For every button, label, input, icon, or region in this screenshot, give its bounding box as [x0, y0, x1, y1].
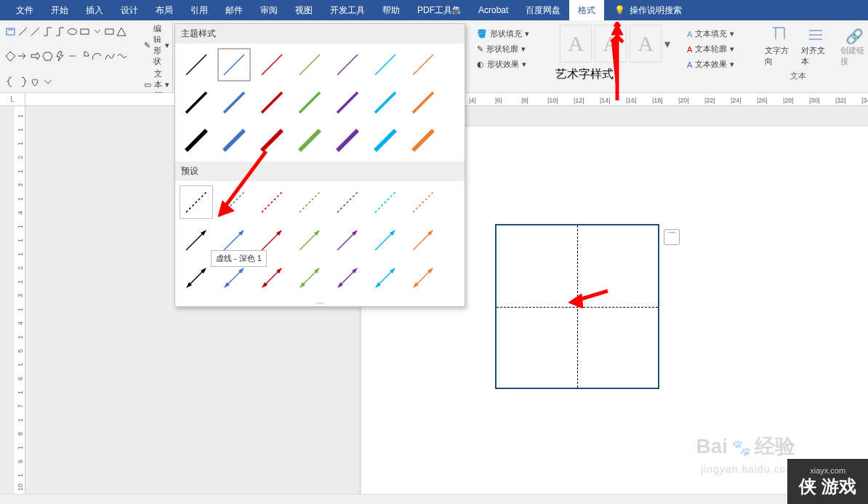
svg-line-45: [413, 233, 430, 250]
text-effects-button[interactable]: A文本效果▾: [687, 57, 754, 72]
curve-shape-icon[interactable]: [103, 49, 116, 63]
tab-format[interactable]: 格式: [569, 0, 604, 21]
tab-pdf[interactable]: PDF工具集: [409, 0, 470, 21]
oval-shape-icon[interactable]: [66, 25, 79, 39]
theme-style-swatch[interactable]: [369, 86, 402, 119]
theme-style-swatch[interactable]: [180, 124, 213, 157]
preset-style-swatch[interactable]: [406, 185, 440, 219]
preset-style-swatch[interactable]: [369, 185, 402, 219]
tab-view[interactable]: 视图: [286, 0, 321, 21]
theme-style-swatch[interactable]: [293, 86, 326, 119]
lightning-shape-icon[interactable]: [54, 49, 66, 63]
more-icon[interactable]: [41, 75, 54, 89]
preset-style-swatch[interactable]: [406, 223, 440, 257]
theme-style-swatch[interactable]: [180, 86, 213, 119]
diamond-shape-icon[interactable]: [4, 49, 17, 63]
text-fill-button[interactable]: A文本填充▾: [687, 26, 754, 41]
lightbulb-icon: 💡: [614, 5, 625, 15]
align-text-button[interactable]: 对齐文本: [801, 25, 832, 67]
line-shape-icon[interactable]: [29, 25, 41, 39]
preset-style-swatch[interactable]: [406, 261, 440, 295]
hexagon-shape-icon[interactable]: [41, 49, 54, 63]
rect-shape-icon[interactable]: [79, 25, 91, 39]
brace-shape-icon[interactable]: [17, 75, 29, 89]
preset-style-swatch[interactable]: [293, 223, 326, 257]
theme-style-swatch[interactable]: [406, 86, 440, 119]
arrow-shape-icon[interactable]: [29, 49, 41, 63]
preset-style-swatch[interactable]: [293, 185, 326, 219]
svg-line-18: [186, 92, 206, 113]
wordart-style-1[interactable]: A: [560, 25, 592, 63]
theme-style-swatch[interactable]: [331, 48, 364, 81]
theme-style-swatch[interactable]: [369, 124, 402, 157]
svg-line-44: [375, 233, 393, 250]
theme-style-swatch[interactable]: [217, 86, 251, 119]
shape-fill-button[interactable]: 🪣形状填充▾: [477, 26, 534, 41]
theme-style-swatch[interactable]: [331, 86, 364, 119]
tell-me-search[interactable]: 💡 操作说明搜索: [614, 4, 682, 17]
pie-shape-icon[interactable]: [79, 49, 91, 63]
xiayx-watermark: xiayx.com 侠 游戏: [787, 459, 868, 504]
theme-style-swatch[interactable]: [217, 48, 251, 81]
rect-shape-icon[interactable]: [103, 25, 116, 39]
svg-line-49: [302, 271, 317, 285]
tab-file[interactable]: 文件: [7, 0, 42, 21]
connector-shape-icon[interactable]: [54, 25, 66, 39]
tab-references[interactable]: 引用: [182, 0, 217, 21]
vertical-ruler[interactable]: 11121314111213141516171819110: [15, 106, 25, 494]
create-link-button[interactable]: 创建链接: [840, 45, 868, 67]
tab-review[interactable]: 审阅: [252, 0, 286, 21]
gallery-expand-icon[interactable]: ▾: [453, 5, 459, 19]
tab-acrobat[interactable]: Acrobat: [470, 1, 517, 20]
theme-style-swatch[interactable]: [293, 48, 326, 81]
preset-style-swatch[interactable]: [331, 261, 364, 295]
theme-style-swatch[interactable]: [406, 124, 440, 157]
preset-style-swatch[interactable]: [369, 223, 402, 257]
preset-style-swatch[interactable]: [180, 223, 213, 257]
expand-icon[interactable]: [91, 25, 103, 39]
shapes-gallery[interactable]: [0, 23, 141, 101]
triangle-shape-icon[interactable]: [116, 25, 128, 39]
preset-style-swatch[interactable]: [369, 261, 402, 295]
preset-style-swatch[interactable]: [331, 223, 364, 257]
tab-help[interactable]: 帮助: [374, 0, 409, 21]
theme-style-swatch[interactable]: [180, 48, 213, 81]
arc-shape-icon[interactable]: [91, 49, 103, 63]
tab-developer[interactable]: 开发工具: [321, 0, 374, 21]
line-shape-icon[interactable]: [17, 25, 29, 39]
heart-shape-icon[interactable]: [29, 75, 41, 89]
theme-style-swatch[interactable]: [369, 48, 402, 81]
shape-outline-button[interactable]: ✎形状轮廓▾: [477, 41, 534, 57]
preset-style-swatch[interactable]: [180, 185, 213, 219]
theme-style-swatch[interactable]: [255, 86, 289, 119]
dropdown-icon: ▾: [730, 60, 734, 69]
preset-style-swatch[interactable]: [293, 261, 326, 295]
tab-mailings[interactable]: 邮件: [217, 0, 252, 21]
tab-baidu[interactable]: 百度网盘: [517, 0, 569, 21]
tab-home[interactable]: 开始: [42, 0, 77, 21]
tab-design[interactable]: 设计: [112, 0, 147, 21]
theme-style-swatch[interactable]: [255, 48, 289, 81]
text-direction-button[interactable]: 文字方向: [765, 25, 795, 67]
tab-selector[interactable]: L: [0, 93, 25, 106]
layout-options-button[interactable]: ⌒: [664, 229, 680, 245]
textbox-shape-icon[interactable]: [4, 25, 17, 39]
tab-layout[interactable]: 布局: [147, 0, 182, 21]
more-icon[interactable]: [66, 49, 79, 63]
preset-style-swatch[interactable]: [331, 185, 364, 219]
shape-effects-button[interactable]: ◐形状效果▾: [477, 57, 534, 72]
theme-style-swatch[interactable]: [406, 48, 440, 81]
text-outline-button[interactable]: A文本轮廓▾: [687, 41, 754, 57]
arrow-shape-icon[interactable]: [17, 49, 29, 63]
ruler-corner: [0, 106, 15, 494]
dropdown-icon[interactable]: ▾: [664, 37, 670, 51]
horizontal-scrollbar[interactable]: [0, 494, 810, 504]
preset-style-swatch[interactable]: [180, 261, 213, 295]
connector-shape-icon[interactable]: [41, 25, 54, 39]
brace-shape-icon[interactable]: [4, 75, 17, 89]
curve-shape-icon[interactable]: [116, 49, 128, 63]
edit-shape-button[interactable]: ✎ 编辑形状 ▾: [144, 23, 169, 67]
tab-insert[interactable]: 插入: [77, 0, 112, 21]
theme-style-swatch[interactable]: [331, 124, 364, 157]
theme-style-swatch[interactable]: [293, 124, 326, 157]
